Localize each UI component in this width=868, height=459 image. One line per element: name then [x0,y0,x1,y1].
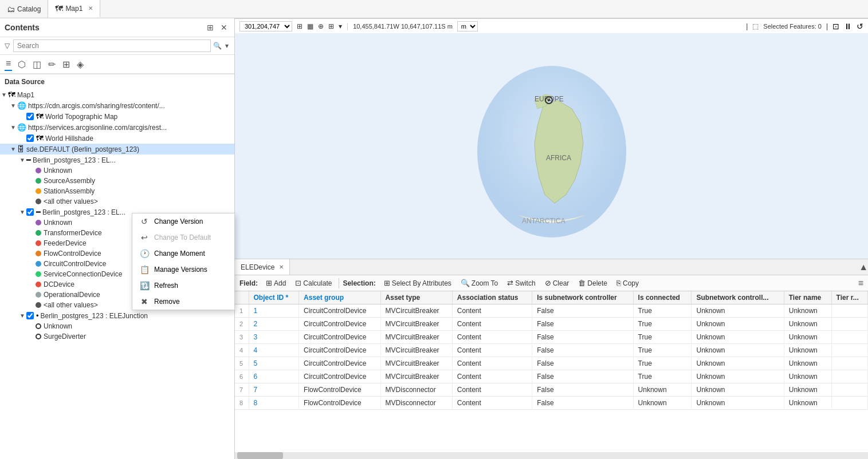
col-subnetwork-controll[interactable]: Subnetwork controll... [692,291,784,304]
table-cell: Content [452,331,532,344]
delete-button[interactable]: 🗑 Delete [575,278,611,288]
attr-tab-eledevice-close[interactable]: ✕ [279,264,284,270]
table-cell: 1 [235,304,249,318]
table-cell: False [532,304,633,318]
attr-tab-eledevice[interactable]: ELEDevice ✕ [235,259,290,275]
tree-item-sde-default[interactable]: ▼ 🗄 sde.DEFAULT (Berlin_postgres_123) [0,144,234,155]
search-dropdown-button[interactable]: ▾ [224,41,230,51]
world-hillshade-checkbox[interactable] [26,134,34,142]
layout-icon[interactable]: ⊡ [832,22,839,31]
table-row[interactable]: 44CircuitControlDeviceMVCircuitBreakerCo… [235,344,868,357]
tree-item-cdn[interactable]: ▼ 🌐 https://cdn.arcgis.com/sharing/rest/… [0,100,234,111]
calculate-icon: ⊡ [295,279,301,287]
diamond-icon[interactable]: ◈ [76,58,85,71]
table-row[interactable]: 88FlowControlDeviceMVDisconnectorContent… [235,397,868,410]
ctx-remove[interactable]: ✖ Remove [132,294,234,310]
search-button[interactable]: 🔍 [211,41,224,51]
table-cell: MVCircuitBreaker [380,331,452,344]
surge-dot [36,334,41,339]
col-object-id[interactable]: Object ID * [249,291,299,304]
search-input[interactable] [13,39,211,52]
switch-button[interactable]: ⇄ Switch [504,278,539,288]
clear-label: Clear [553,279,569,287]
map-status-bar: 301,204,747 ⊞ ▦ ⊕ ⊞ ▾ | 10,455,841.71W 1… [235,18,868,33]
table-cell: Unknown [633,383,692,397]
tree-item-world-topo[interactable]: 🗺 World Topographic Map [0,111,234,122]
col-tier-rank[interactable]: Tier r... [831,291,867,304]
contents-pin-button[interactable]: ⊞ [205,22,216,33]
pause-icon[interactable]: ⏸ [844,22,852,31]
table-row[interactable]: 55CircuitControlDeviceMVCircuitBreakerCo… [235,357,868,370]
tab-map1[interactable]: 🗺 Map1 ✕ [48,0,100,18]
berlin-junction-checkbox[interactable] [26,312,34,319]
tree-item-unknown3[interactable]: Unknown [0,321,234,331]
ctx-change-version[interactable]: ↺ Change Version [132,213,234,230]
table-cell: CircuitControlDevice [299,344,381,357]
tree-item-source-assembly[interactable]: SourceAssembly [0,176,234,186]
filter-icon: ▽ [5,42,10,50]
ctx-remove-label: Remove [154,298,180,306]
tree-item-world-hillshade[interactable]: 🗺 World Hillshade [0,133,234,144]
zoom-to-button[interactable]: 🔍 Zoom To [457,278,501,288]
ctx-refresh[interactable]: 🔃 Refresh [132,278,234,294]
clear-button[interactable]: ⊘ Clear [541,278,573,288]
table-horizontal-scrollbar[interactable] [235,452,868,459]
world-topo-checkbox[interactable] [26,113,34,120]
col-is-connected[interactable]: Is connected [633,291,692,304]
table-row[interactable]: 77FlowControlDeviceMVDisconnectorContent… [235,383,868,397]
tree-item-all-other1[interactable]: <all other values> [0,196,234,207]
tree-item-station-assembly[interactable]: StationAssembly [0,186,234,196]
table-cell: Unknown [784,331,831,344]
add-button[interactable]: ⊞ Add [262,278,289,288]
table-row[interactable]: 11CircuitControlDeviceMVCircuitBreakerCo… [235,304,868,318]
tree-item-surge[interactable]: SurgeDiverter [0,331,234,342]
table-row[interactable]: 22CircuitControlDeviceMVCircuitBreakerCo… [235,318,868,331]
table-cell: MVCircuitBreaker [380,370,452,383]
grid-icon[interactable]: ⊞ [61,58,71,71]
ctx-manage-versions[interactable]: 📋 Manage Versions [132,262,234,278]
svg-text:AFRICA: AFRICA [546,154,571,162]
units-dropdown[interactable]: m [457,21,478,31]
copy-button[interactable]: ⎘ Copy [613,278,642,288]
col-is-subnetwork-controller[interactable]: Is subnetwork controller [532,291,633,304]
tree-item-arcgisonline[interactable]: ▼ 🌐 https://services.arcgisonline.com/ar… [0,122,234,133]
scale-dropdown[interactable]: 301,204,747 [239,21,292,31]
map1-icon: 🗺 [8,90,15,99]
select-by-attributes-button[interactable]: ⊞ Select By Attributes [380,278,455,288]
ctx-change-moment[interactable]: 🕐 Change Moment [132,246,234,262]
change-version-icon: ↺ [139,217,150,226]
col-tier-name[interactable]: Tier name [784,291,831,304]
berlin-ele2-checkbox[interactable] [26,208,34,216]
list-view-icon[interactable]: ≡ [5,57,12,71]
calculate-button[interactable]: ⊡ Calculate [292,278,335,288]
tab-map1-close[interactable]: ✕ [88,5,93,11]
attr-table-expand[interactable]: ▲ [859,262,868,272]
switch-label: Switch [515,279,535,287]
tree-item-berlin-junction[interactable]: ▼ • Berlin_postgres_123 : ELEJunction [0,310,234,321]
sde-icon: 🗄 [17,145,25,153]
table-container[interactable]: Object ID * Asset group Asset type Assoc… [235,291,868,452]
tree-item-unknown1[interactable]: Unknown [0,165,234,176]
zoom-to-icon: 🔍 [461,279,470,287]
data-source-label: Data Source [0,74,234,89]
tree-item-map1[interactable]: ▼ 🗺 Map1 [0,89,234,100]
pencil-icon[interactable]: ✏ [47,58,57,71]
table-cell: 2 [235,318,249,331]
circuit-control-dot [36,261,41,267]
cylinder-icon[interactable]: ⬡ [17,58,27,71]
refresh-map-icon[interactable]: ↺ [857,22,863,31]
contents-close-button[interactable]: ✕ [218,22,230,33]
col-asset-group[interactable]: Asset group [299,291,381,304]
layers-icon[interactable]: ◫ [32,58,42,71]
selection-label: Selection: [343,279,375,287]
contents-panel: Contents ⊞ ✕ ▽ 🔍 ▾ ≡ ⬡ ◫ ✏ ⊞ ◈ Data Sour… [0,18,235,459]
table-row[interactable]: 33CircuitControlDeviceMVCircuitBreakerCo… [235,331,868,344]
tree-item-berlin-ele1[interactable]: ▼ ━ Berlin_postgres_123 : EL... [0,155,234,165]
col-association-status[interactable]: Association status [452,291,532,304]
table-row[interactable]: 66CircuitControlDeviceMVCircuitBreakerCo… [235,370,868,383]
tab-catalog[interactable]: 🗂 Catalog [0,0,48,18]
map-view[interactable]: EUROPE AFRICA ANTARCTICA [235,33,868,259]
col-asset-type[interactable]: Asset type [380,291,452,304]
select-icon: ⬚ [752,22,759,30]
attr-menu-button[interactable]: ≡ [858,278,863,288]
